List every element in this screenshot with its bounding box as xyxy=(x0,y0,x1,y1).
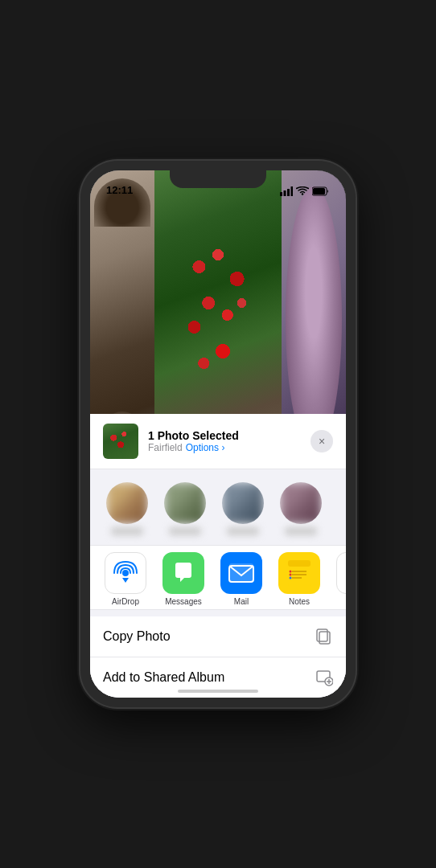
share-options-link[interactable]: Options › xyxy=(186,442,225,453)
copy-photo-row[interactable]: Copy Photo xyxy=(90,616,346,657)
svg-rect-11 xyxy=(288,560,311,567)
airdrop-label: AirDrop xyxy=(112,597,139,606)
copy-photo-icon xyxy=(315,628,333,645)
mail-icon-container xyxy=(220,552,262,594)
svg-point-15 xyxy=(290,571,292,573)
airdrop-icon-container xyxy=(105,552,146,594)
messages-label: Messages xyxy=(165,597,202,606)
contact-name xyxy=(169,527,201,535)
notch xyxy=(170,170,266,188)
notes-icon-container xyxy=(278,552,320,594)
svg-point-17 xyxy=(290,577,292,579)
contact-avatar xyxy=(106,482,148,524)
status-icons xyxy=(280,186,330,198)
phone-screen: 12:11 xyxy=(90,170,346,698)
mail-label: Mail xyxy=(234,597,249,606)
app-item-reminders[interactable]: Re... xyxy=(335,552,346,606)
cherries xyxy=(171,194,265,436)
svg-rect-3 xyxy=(291,186,294,196)
contact-item[interactable] xyxy=(161,482,209,535)
reminders-icon xyxy=(344,560,346,586)
bottom-sheet: 1 Photo Selected Fairfield Options › × xyxy=(90,414,346,698)
contact-name xyxy=(111,527,143,535)
app-item-airdrop[interactable]: AirDrop xyxy=(103,552,148,606)
svg-rect-2 xyxy=(287,189,290,196)
airdrop-icon xyxy=(111,559,140,588)
contact-item[interactable] xyxy=(277,482,325,535)
copy-photo-label: Copy Photo xyxy=(103,629,171,644)
contact-item[interactable] xyxy=(103,482,151,535)
add-shared-album-icon xyxy=(315,669,333,686)
share-thumbnail xyxy=(103,424,138,459)
status-time: 12:11 xyxy=(106,184,133,198)
wifi-icon xyxy=(296,186,309,196)
reminders-icon-container xyxy=(336,552,346,594)
contact-avatar xyxy=(222,482,264,524)
app-item-messages[interactable]: Messages xyxy=(161,552,206,606)
svg-rect-5 xyxy=(313,188,325,194)
home-indicator xyxy=(178,690,258,693)
share-title: 1 Photo Selected xyxy=(148,429,301,442)
mail-icon xyxy=(228,563,254,583)
contact-avatar xyxy=(164,482,206,524)
svg-point-7 xyxy=(122,570,129,576)
svg-rect-1 xyxy=(284,190,286,196)
notes-icon xyxy=(286,559,313,587)
phone-frame: 12:11 xyxy=(80,161,356,707)
svg-rect-0 xyxy=(280,192,282,196)
app-item-mail[interactable]: Mail xyxy=(219,552,264,606)
share-location: Fairfield xyxy=(148,442,183,453)
contact-item[interactable] xyxy=(219,482,267,535)
notes-label: Notes xyxy=(289,597,310,606)
contacts-row[interactable] xyxy=(90,476,346,545)
contact-name xyxy=(227,527,259,535)
app-item-notes[interactable]: Notes xyxy=(277,552,322,606)
contact-avatar xyxy=(280,482,322,524)
battery-icon xyxy=(312,186,330,196)
svg-point-16 xyxy=(290,574,292,576)
messages-icon-container xyxy=(162,552,204,594)
signal-icon xyxy=(280,186,293,196)
share-close-button[interactable]: × xyxy=(311,430,333,452)
share-header: 1 Photo Selected Fairfield Options › × xyxy=(90,414,346,469)
add-shared-album-label: Add to Shared Album xyxy=(103,670,224,685)
messages-icon xyxy=(171,561,195,585)
apps-row: AirDrop Messages xyxy=(90,545,346,610)
action-rows: Copy Photo Add to Shared Album xyxy=(90,616,346,698)
share-sub: Fairfield Options › xyxy=(148,442,301,453)
contact-name xyxy=(285,527,317,535)
share-info: 1 Photo Selected Fairfield Options › xyxy=(148,429,301,453)
